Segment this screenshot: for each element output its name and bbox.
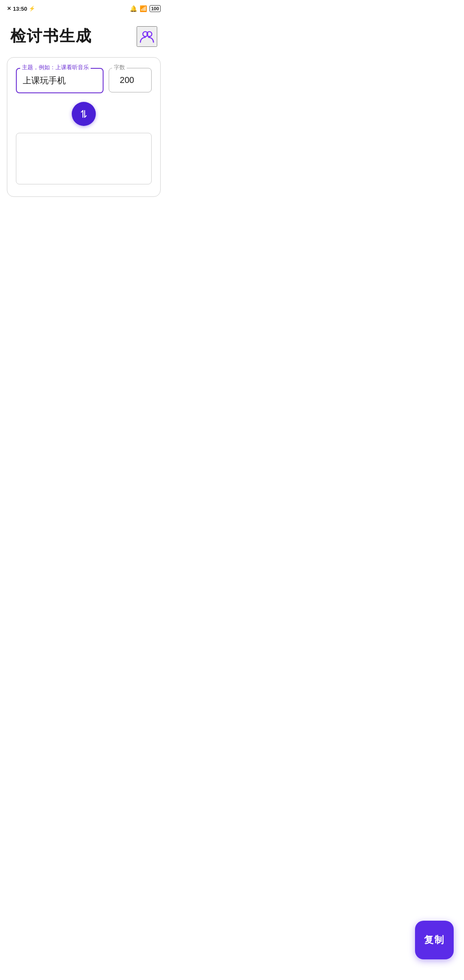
battery-indicator: 100: [150, 5, 161, 12]
word-count-wrapper: 字数: [109, 68, 152, 92]
battery-level: 100: [151, 6, 159, 11]
word-count-label: 字数: [112, 64, 127, 71]
usb-icon: ⚡: [29, 6, 35, 12]
status-right: 🔔 📶 100: [130, 5, 161, 12]
input-row: 主题，例如：上课看听音乐 字数: [16, 68, 152, 93]
status-left: ✕ 13:50 ⚡: [7, 6, 35, 12]
page-title: 检讨书生成: [10, 26, 92, 47]
generate-btn-wrapper: ⇌: [16, 102, 152, 126]
generate-button[interactable]: ⇌: [72, 102, 96, 126]
main-card: 主题，例如：上课看听音乐 字数 ⇌: [7, 57, 161, 197]
word-count-input[interactable]: [109, 68, 152, 92]
user-profile-button[interactable]: [137, 26, 157, 47]
status-bar: ✕ 13:50 ⚡ 🔔 📶 100: [0, 0, 168, 15]
output-textarea[interactable]: [16, 133, 152, 184]
user-icon: [139, 28, 155, 45]
swap-icon: ⇌: [78, 110, 90, 118]
sim-icon: ✕: [7, 6, 11, 12]
page-header: 检讨书生成: [0, 15, 168, 54]
topic-field-wrapper: 主题，例如：上课看听音乐: [16, 68, 104, 93]
topic-input[interactable]: [16, 68, 104, 93]
bell-icon: 🔔: [130, 5, 137, 12]
time-display: 13:50: [13, 6, 27, 12]
wifi-icon: 📶: [140, 5, 147, 12]
topic-label: 主题，例如：上课看听音乐: [20, 64, 91, 71]
